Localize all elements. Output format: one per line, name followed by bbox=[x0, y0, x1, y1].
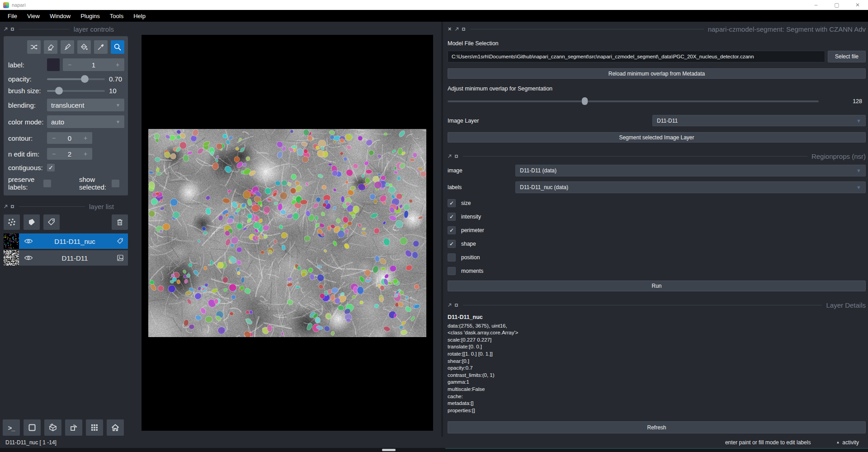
opacity-slider[interactable] bbox=[47, 78, 105, 80]
contour-spinbox[interactable]: − 0 + bbox=[47, 132, 92, 144]
moments-checkbox[interactable]: ✓ bbox=[448, 267, 456, 275]
layer-details-dock-header: Layer Details bbox=[448, 301, 866, 309]
hide-panel-icon[interactable] bbox=[10, 27, 14, 31]
decrement-icon[interactable]: − bbox=[47, 150, 61, 157]
regionprops-labels-dropdown[interactable]: D11-D11_nuc (data) ▼ bbox=[515, 181, 866, 193]
opacity-slider-handle[interactable] bbox=[81, 75, 89, 83]
ndisplay-toggle-button[interactable] bbox=[24, 419, 41, 436]
fill-bucket-icon bbox=[80, 43, 88, 51]
increment-icon[interactable]: + bbox=[79, 150, 92, 157]
console-button[interactable]: >_ bbox=[3, 419, 20, 436]
delete-layer-button[interactable] bbox=[112, 214, 128, 230]
shape-checkbox[interactable]: ✓ bbox=[448, 240, 456, 248]
close-icon[interactable]: ✕ bbox=[448, 26, 452, 32]
transpose-dimensions-button[interactable] bbox=[65, 419, 82, 436]
perimeter-checkbox[interactable]: ✓ bbox=[448, 226, 456, 234]
layer-row-d11-d11-nuc[interactable]: D11-D11_nuc bbox=[4, 233, 128, 249]
increment-icon[interactable]: + bbox=[79, 134, 92, 142]
float-panel-icon[interactable] bbox=[455, 27, 459, 31]
float-panel-icon[interactable] bbox=[4, 205, 8, 209]
check-icon: ✓ bbox=[449, 200, 454, 206]
checkbox-row-shape: ✓ shape bbox=[448, 240, 866, 247]
canvas-viewport[interactable] bbox=[142, 35, 433, 431]
shuffle-colors-button[interactable] bbox=[27, 40, 41, 54]
label-tools-row bbox=[8, 40, 124, 54]
label-color-swatch[interactable] bbox=[47, 58, 60, 71]
paint-button[interactable] bbox=[61, 40, 74, 54]
preserve-labels-label: preserve labels: bbox=[8, 176, 43, 191]
image-layer-dropdown[interactable]: D11-D11 ▼ bbox=[652, 115, 866, 126]
brush-size-slider-handle[interactable] bbox=[55, 87, 63, 95]
menu-tools[interactable]: Tools bbox=[105, 13, 128, 19]
n-edit-dim-spinbox[interactable]: − 2 + bbox=[47, 148, 92, 160]
new-labels-layer-button[interactable] bbox=[43, 214, 60, 230]
label-spinbox[interactable]: − 1 + bbox=[63, 58, 124, 71]
detail-line: multiscale:False bbox=[448, 386, 866, 393]
position-checkbox[interactable]: ✓ bbox=[448, 253, 456, 262]
layer-name: D11-D11_nuc bbox=[33, 238, 117, 245]
left-sidebar: layer controls label: bbox=[0, 22, 140, 437]
points-icon bbox=[7, 218, 16, 227]
brush-size-value: 10 bbox=[109, 87, 124, 95]
increment-icon[interactable]: + bbox=[111, 61, 124, 68]
show-selected-checkbox[interactable]: ✓ bbox=[112, 180, 119, 187]
microscopy-image[interactable] bbox=[148, 129, 426, 337]
select-file-button[interactable]: Select file bbox=[828, 51, 866, 62]
menu-view[interactable]: View bbox=[22, 13, 45, 19]
refresh-button[interactable]: Refresh bbox=[448, 421, 866, 433]
hide-panel-icon[interactable] bbox=[10, 205, 14, 209]
decrement-icon[interactable]: − bbox=[47, 134, 61, 142]
label-value[interactable]: 1 bbox=[76, 61, 111, 69]
zoom-button[interactable] bbox=[111, 40, 124, 54]
overlap-slider-handle[interactable] bbox=[582, 97, 588, 105]
intensity-checkbox[interactable]: ✓ bbox=[448, 213, 456, 221]
close-button[interactable]: ✕ bbox=[847, 0, 868, 10]
console-icon: >_ bbox=[8, 424, 14, 432]
brush-size-slider[interactable] bbox=[47, 90, 105, 92]
size-checkbox[interactable]: ✓ bbox=[448, 199, 456, 207]
decrement-icon[interactable]: − bbox=[63, 61, 76, 68]
maximize-button[interactable]: ▢ bbox=[826, 0, 847, 10]
contour-value[interactable]: 0 bbox=[61, 134, 79, 142]
fill-button[interactable] bbox=[77, 40, 91, 54]
regionprops-image-label: image bbox=[448, 167, 515, 174]
overlap-slider[interactable] bbox=[448, 100, 819, 102]
color-picker-button[interactable] bbox=[94, 40, 108, 54]
new-points-layer-button[interactable] bbox=[4, 214, 20, 230]
activity-toggle[interactable]: ▲ activity bbox=[836, 439, 859, 446]
menu-file[interactable]: File bbox=[3, 13, 22, 19]
erase-button[interactable] bbox=[44, 40, 57, 54]
new-shapes-layer-button[interactable] bbox=[24, 214, 40, 230]
color-mode-dropdown[interactable]: auto ▼ bbox=[47, 115, 124, 128]
menu-help[interactable]: Help bbox=[128, 13, 151, 19]
hide-panel-icon[interactable] bbox=[462, 27, 466, 31]
run-button[interactable]: Run bbox=[448, 281, 866, 291]
preserve-labels-checkbox[interactable]: ✓ bbox=[43, 180, 51, 187]
segment-button[interactable]: Segment selected Image Layer bbox=[448, 132, 866, 143]
layer-row-d11-d11[interactable]: D11-D11 bbox=[4, 250, 128, 266]
reload-overlap-button[interactable]: Reload minimum overlap from Metadata bbox=[448, 68, 866, 79]
menu-window[interactable]: Window bbox=[45, 13, 75, 19]
detail-line: gamma:1 bbox=[448, 379, 866, 386]
grid-view-button[interactable] bbox=[86, 419, 103, 436]
contiguous-checkbox[interactable]: ✓ bbox=[47, 164, 55, 171]
model-path-input[interactable]: C:\Users\m1srh\Documents\Github\napari_c… bbox=[448, 51, 825, 62]
blending-dropdown[interactable]: translucent ▼ bbox=[47, 99, 124, 111]
roll-dimensions-button[interactable] bbox=[44, 419, 61, 436]
float-panel-icon[interactable] bbox=[4, 27, 8, 31]
layer-thumbnail bbox=[4, 233, 19, 249]
regionprops-image-dropdown[interactable]: D11-D11 (data) ▼ bbox=[515, 165, 866, 176]
grid-icon bbox=[90, 423, 99, 432]
dock-resize-handle[interactable] bbox=[382, 449, 396, 451]
home-reset-view-button[interactable] bbox=[107, 419, 124, 436]
visibility-eye-icon[interactable] bbox=[24, 255, 33, 261]
hide-panel-icon[interactable] bbox=[454, 154, 458, 158]
minimize-button[interactable]: – bbox=[806, 0, 826, 10]
float-panel-icon[interactable] bbox=[448, 303, 452, 307]
float-panel-icon[interactable] bbox=[448, 154, 452, 158]
visibility-eye-icon[interactable] bbox=[24, 238, 33, 244]
n-edit-dim-value[interactable]: 2 bbox=[61, 150, 79, 158]
menu-plugins[interactable]: Plugins bbox=[75, 13, 105, 19]
panel-splitter[interactable] bbox=[441, 22, 443, 437]
hide-panel-icon[interactable] bbox=[454, 303, 458, 307]
